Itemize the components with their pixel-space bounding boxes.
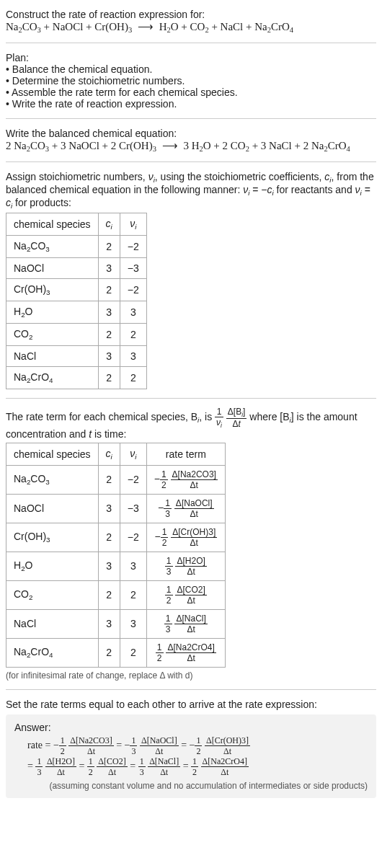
species-cell: Na2CrO4 (6, 638, 99, 667)
divider (6, 118, 376, 119)
plan-section: Plan: • Balance the chemical equation. •… (6, 46, 376, 115)
rate-term-intro: The rate term for each chemical species,… (6, 407, 376, 440)
species-cell: NaCl (6, 609, 99, 638)
table-row: NaOCl3−3−13 Δ[NaOCl]Δt (6, 494, 226, 523)
table-row: Na2CrO422 (6, 366, 147, 389)
nui-cell: 2 (120, 580, 146, 609)
ci-cell: 2 (98, 638, 120, 667)
ci-cell: 2 (98, 580, 120, 609)
nui-cell: −2 (120, 465, 146, 494)
answer-note: (assuming constant volume and no accumul… (14, 781, 368, 791)
ci-cell: 2 (98, 236, 120, 258)
ci-cell: 3 (98, 552, 120, 580)
nui-cell: 2 (120, 323, 146, 345)
nui-cell: 3 (120, 552, 146, 580)
table-row: H2O3313 Δ[H2O]Δt (6, 552, 226, 580)
table-row: CO222 (6, 323, 147, 345)
nui-cell: 2 (120, 366, 146, 389)
answer-box: Answer: rate = −12 Δ[Na2CO3]Δt = −13 Δ[N… (6, 714, 376, 798)
prompt-text: Construct the rate of reaction expressio… (6, 9, 376, 20)
nui-cell: −2 (120, 278, 146, 301)
answer-label: Answer: (14, 722, 368, 733)
species-cell: CO2 (6, 323, 99, 345)
plan-title: Plan: (6, 52, 376, 63)
rate-term-cell: 12 Δ[CO2]Δt (146, 580, 225, 609)
rate-term-cell: 13 Δ[H2O]Δt (146, 552, 225, 580)
rate-term-cell: 12 Δ[Na2CrO4]Δt (146, 638, 225, 667)
table-row: Na2CO32−2−12 Δ[Na2CO3]Δt (6, 465, 226, 494)
nui-cell: −2 (120, 523, 146, 552)
balanced-equation: 2 Na2CO3 + 3 NaOCl + 2 Cr(OH)3 ⟶ 3 H2O +… (6, 139, 376, 153)
plan-item: • Balance the chemical equation. (6, 63, 376, 75)
species-cell: NaOCl (6, 494, 99, 523)
rate-term-cell: −12 Δ[Na2CO3]Δt (146, 465, 225, 494)
col-rate-term: rate term (146, 443, 225, 465)
species-cell: H2O (6, 301, 99, 323)
species-cell: Cr(OH)3 (6, 278, 99, 301)
ci-cell: 3 (98, 301, 120, 323)
nui-cell: 2 (120, 638, 146, 667)
nui-cell: 3 (120, 301, 146, 323)
ci-cell: 2 (98, 278, 120, 301)
nui-cell: −2 (120, 236, 146, 258)
infinitesimal-note: (for infinitesimal rate of change, repla… (6, 670, 376, 681)
col-species: chemical species (6, 213, 99, 236)
plan-item: • Determine the stoichiometric numbers. (6, 75, 376, 87)
species-cell: Cr(OH)3 (6, 523, 99, 552)
balanced-section: Write the balanced chemical equation: 2 … (6, 122, 376, 159)
rate-term-table: chemical species ci νi rate term Na2CO32… (6, 443, 226, 668)
col-ci: ci (98, 213, 120, 236)
plan-item: • Assemble the rate term for each chemic… (6, 87, 376, 98)
ci-cell: 3 (98, 609, 120, 638)
ci-cell: 3 (98, 494, 120, 523)
table-row: Na2CrO42212 Δ[Na2CrO4]Δt (6, 638, 226, 667)
table-row: Cr(OH)32−2−12 Δ[Cr(OH)3]Δt (6, 523, 226, 552)
species-cell: H2O (6, 552, 99, 580)
rate-term-cell: 13 Δ[NaCl]Δt (146, 609, 225, 638)
rate-term-cell: −13 Δ[NaOCl]Δt (146, 494, 225, 523)
divider (6, 398, 376, 399)
species-cell: Na2CO3 (6, 236, 99, 258)
rate-term-cell: −12 Δ[Cr(OH)3]Δt (146, 523, 225, 552)
ci-cell: 3 (98, 345, 120, 366)
ci-cell: 2 (98, 465, 120, 494)
table-row: Na2CO32−2 (6, 236, 147, 258)
balanced-title: Write the balanced chemical equation: (6, 128, 376, 139)
ci-cell: 2 (98, 523, 120, 552)
divider (6, 689, 376, 690)
unbalanced-equation: Na2CO3 + NaOCl + Cr(OH)3 ⟶ H2O + CO2 + N… (6, 20, 376, 34)
ci-cell: 2 (98, 366, 120, 389)
species-cell: CO2 (6, 580, 99, 609)
set-equal-text: Set the rate terms equal to each other t… (6, 699, 376, 710)
table-row: CO22212 Δ[CO2]Δt (6, 580, 226, 609)
species-cell: Na2CO3 (6, 465, 99, 494)
col-nui: νi (120, 443, 146, 465)
frac-dBi-dt: Δ[Bi] Δt (226, 407, 247, 428)
stoich-intro: Assign stoichiometric numbers, νi, using… (6, 171, 376, 210)
col-nui: νi (120, 213, 146, 236)
species-cell: NaCl (6, 345, 99, 366)
frac-1-over-nu: 1 νi (215, 407, 223, 428)
rate-term-section: The rate term for each chemical species,… (6, 402, 376, 686)
table-row: NaCl33 (6, 345, 147, 366)
species-cell: Na2CrO4 (6, 366, 99, 389)
table-row: H2O33 (6, 301, 147, 323)
nui-cell: −3 (120, 257, 146, 278)
nui-cell: −3 (120, 494, 146, 523)
ci-cell: 3 (98, 257, 120, 278)
divider (6, 43, 376, 43)
table-row: Cr(OH)32−2 (6, 278, 147, 301)
nui-cell: 3 (120, 345, 146, 366)
divider (6, 161, 376, 162)
nui-cell: 3 (120, 609, 146, 638)
table-row: NaCl3313 Δ[NaCl]Δt (6, 609, 226, 638)
species-cell: NaOCl (6, 257, 99, 278)
stoich-table: chemical species ci νi Na2CO32−2NaOCl3−3… (6, 213, 147, 389)
problem-statement: Construct the rate of reaction expressio… (6, 3, 376, 40)
answer-section: Set the rate terms equal to each other t… (6, 693, 376, 804)
rate-expression: rate = −12 Δ[Na2CO3]Δt = −13 Δ[NaOCl]Δt … (14, 736, 368, 776)
ci-cell: 2 (98, 323, 120, 345)
col-ci: ci (98, 443, 120, 465)
stoich-section: Assign stoichiometric numbers, νi, using… (6, 165, 376, 394)
plan-item: • Write the rate of reaction expression. (6, 98, 376, 110)
